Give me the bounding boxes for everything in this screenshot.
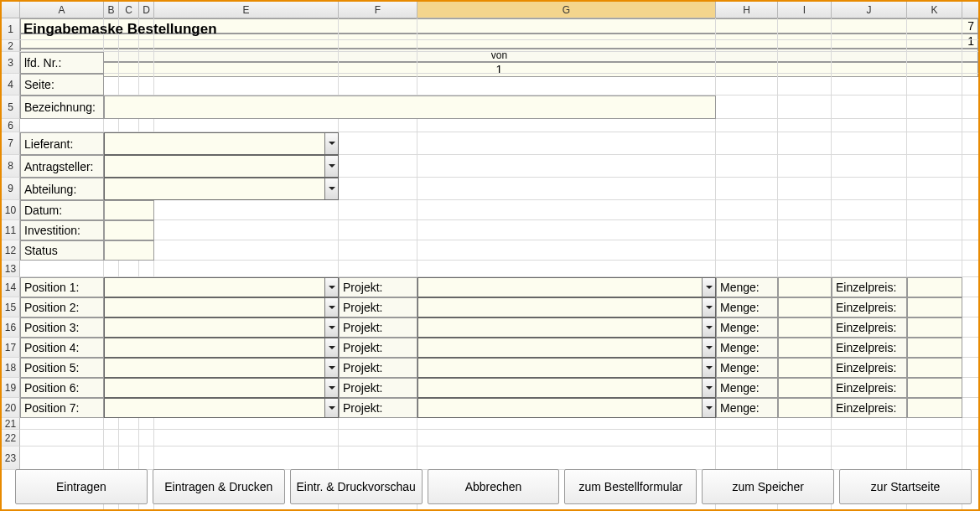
col-header-C[interactable]: C [119,2,139,18]
einzelpreis-1-input[interactable] [907,277,962,297]
position-4-dropdown[interactable] [104,338,339,358]
row-header-6[interactable]: 6 [2,119,20,132]
row-header-23[interactable]: 23 [2,446,20,470]
row-header-2[interactable]: 2 [2,40,20,52]
eintragen-button[interactable]: Eintragen [15,469,148,504]
position-1-dropdown[interactable] [104,277,339,297]
row-header-21[interactable]: 21 [2,418,20,430]
row-header-15[interactable]: 15 [2,297,20,317]
menge-1-input[interactable] [778,277,832,297]
position-3-dropdown-button[interactable] [324,318,338,337]
projekt-7-dropdown-button[interactable] [702,399,715,417]
row-header-1[interactable]: 1 [2,18,20,40]
projekt-6-dropdown-button[interactable] [702,379,715,397]
row-header-16[interactable]: 16 [2,317,20,338]
row-header-18[interactable]: 18 [2,358,20,378]
row-header-3[interactable]: 3 [2,52,20,74]
projekt-1-dropdown-button[interactable] [702,278,715,297]
menge-5-input[interactable] [778,358,832,378]
row-header-20[interactable]: 20 [2,398,20,418]
row-header-19[interactable]: 19 [2,378,20,398]
position-5-dropdown[interactable] [104,358,339,378]
col-header-K[interactable]: K [907,2,962,18]
position-3-label: Position 3: [20,317,104,338]
einzelpreis-4-input[interactable] [907,338,962,358]
button-bar: Eintragen Eintragen & Drucken Eintr. & D… [15,469,972,504]
col-header-E[interactable]: E [154,2,339,18]
col-header-D[interactable]: D [139,2,154,18]
row-header-9[interactable]: 9 [2,178,20,200]
datum-input[interactable] [104,200,154,220]
projekt-5-dropdown[interactable] [417,358,716,378]
position-2-dropdown[interactable] [104,297,339,317]
col-header-F[interactable]: F [339,2,417,18]
eintr-druckvorschau-button[interactable]: Eintr. & Druckvorschau [290,469,423,504]
zum-speicher-button[interactable]: zum Speicher [702,469,834,504]
col-header-J[interactable]: J [832,2,907,18]
position-4-dropdown-button[interactable] [324,338,338,357]
projekt-3-dropdown-button[interactable] [702,318,715,337]
col-header-A[interactable]: A [20,2,104,18]
zum-bestellformular-button[interactable]: zum Bestellformular [564,469,697,504]
menge-4-input[interactable] [778,338,832,358]
menge-7-input[interactable] [778,398,832,418]
projekt-2-dropdown-button[interactable] [702,298,715,317]
col-header-G[interactable]: G [417,2,716,18]
projekt-6-dropdown[interactable] [417,378,716,398]
projekt-4-dropdown[interactable] [417,338,716,358]
projekt-1-dropdown[interactable] [417,277,716,297]
einzelpreis-2-label: Einzelpreis: [832,297,907,317]
eintragen-drucken-button[interactable]: Eintragen & Drucken [153,469,285,504]
projekt-3-dropdown[interactable] [417,317,716,338]
select-all-corner[interactable] [2,2,20,18]
position-2-dropdown-button[interactable] [324,298,338,317]
projekt-5-dropdown-button[interactable] [702,359,715,377]
row-header-12[interactable]: 12 [2,240,20,261]
antragsteller-dropdown[interactable] [104,155,339,178]
row-header-8[interactable]: 8 [2,155,20,178]
menge-2-input[interactable] [778,297,832,317]
position-1-dropdown-button[interactable] [324,278,338,297]
zur-startseite-button[interactable]: zur Startseite [839,469,972,504]
einzelpreis-3-input[interactable] [907,317,962,338]
row-header-22[interactable]: 22 [2,430,20,446]
lieferant-dropdown[interactable] [104,132,339,155]
menge-3-input[interactable] [778,317,832,338]
einzelpreis-7-input[interactable] [907,398,962,418]
position-5-dropdown-button[interactable] [324,359,338,377]
col-header-I[interactable]: I [778,2,832,18]
menge-6-label: Menge: [716,378,778,398]
antragsteller-dropdown-button[interactable] [324,156,338,177]
einzelpreis-5-input[interactable] [907,358,962,378]
lieferant-label: Lieferant: [20,132,104,155]
menge-6-input[interactable] [778,378,832,398]
einzelpreis-6-input[interactable] [907,378,962,398]
position-7-dropdown[interactable] [104,398,339,418]
row-header-17[interactable]: 17 [2,338,20,358]
row-header-13[interactable]: 13 [2,261,20,277]
row-header-11[interactable]: 11 [2,220,20,240]
row-header-14[interactable]: 14 [2,277,20,297]
investition-input[interactable] [104,220,154,240]
worksheet[interactable]: Eingabemaske Bestellungenlfd. Nr.:7Seite… [20,18,978,509]
projekt-4-dropdown-button[interactable] [702,338,715,357]
projekt-2-dropdown[interactable] [417,297,716,317]
bezeichnung-input[interactable] [104,95,716,119]
col-header-H[interactable]: H [716,2,778,18]
status-input[interactable] [104,240,154,261]
row-header-4[interactable]: 4 [2,74,20,95]
abbrechen-button[interactable]: Abbrechen [428,469,560,504]
abteilung-dropdown-button[interactable] [324,178,338,199]
position-6-dropdown[interactable] [104,378,339,398]
lieferant-dropdown-button[interactable] [324,133,338,154]
row-header-10[interactable]: 10 [2,200,20,220]
abteilung-dropdown[interactable] [104,178,339,200]
col-header-B[interactable]: B [104,2,119,18]
position-6-dropdown-button[interactable] [324,379,338,397]
position-3-dropdown[interactable] [104,317,339,338]
row-header-7[interactable]: 7 [2,132,20,155]
projekt-7-dropdown[interactable] [417,398,716,418]
row-header-5[interactable]: 5 [2,95,20,119]
position-7-dropdown-button[interactable] [324,399,338,417]
einzelpreis-2-input[interactable] [907,297,962,317]
